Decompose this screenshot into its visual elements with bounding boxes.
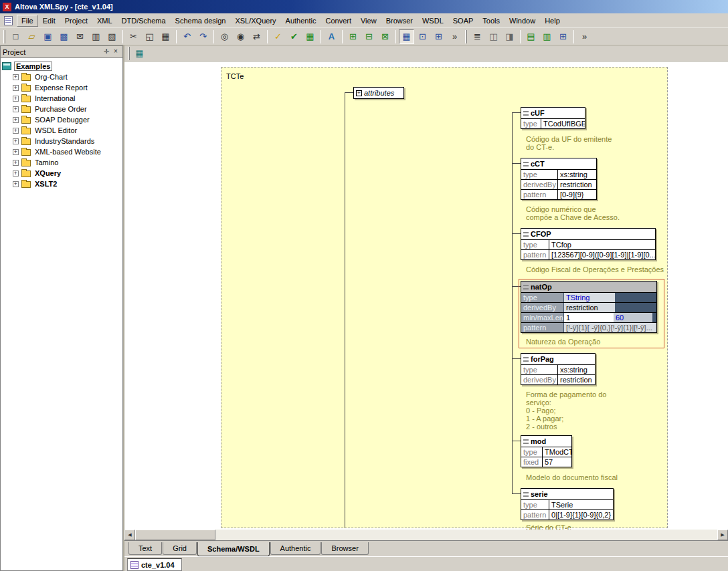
- schema-diagram-canvas[interactable]: TCTe + attributes cUF: [124, 62, 728, 540]
- pin-icon[interactable]: ✛: [102, 47, 111, 56]
- cut-button[interactable]: ✂: [126, 29, 141, 44]
- attributes-box[interactable]: + attributes: [353, 87, 404, 99]
- save-all-button[interactable]: ▩: [56, 29, 72, 44]
- send-mail-button[interactable]: ✉: [72, 29, 88, 44]
- check-wellformed-button[interactable]: ✓: [270, 29, 286, 44]
- menu-soap[interactable]: SOAP: [448, 15, 478, 27]
- save-button[interactable]: ▣: [40, 29, 56, 44]
- expand-plus-icon[interactable]: +: [356, 90, 362, 96]
- menu-help[interactable]: Help: [540, 15, 565, 27]
- tree-root-examples[interactable]: Examples: [2, 61, 121, 72]
- open-button[interactable]: ▱: [24, 29, 39, 44]
- schema-element-cfop[interactable]: CFOP typeTCfop pattern[123567][0-9]([0-9…: [521, 228, 656, 260]
- spell-check-button[interactable]: A: [324, 29, 339, 44]
- validate-button[interactable]: ✔: [286, 29, 302, 44]
- expand-icon[interactable]: +: [13, 85, 19, 91]
- tree-item-tamino[interactable]: + Tamino: [2, 157, 121, 168]
- menu-schema-design[interactable]: Schema design: [171, 15, 231, 27]
- tab-browser[interactable]: Browser: [321, 542, 368, 555]
- align-button[interactable]: ≣: [470, 29, 485, 44]
- print-button[interactable]: ▥: [88, 29, 104, 44]
- schema-element-cct[interactable]: cCT typexs:string derivedByrestriction p…: [521, 158, 597, 200]
- expand-icon[interactable]: +: [13, 106, 19, 112]
- toolbar-grip[interactable]: [465, 30, 467, 43]
- schema-element-forpag[interactable]: forPag typexs:string derivedByrestrictio…: [521, 353, 596, 385]
- new-file-button[interactable]: □: [8, 29, 23, 44]
- table-insert-button[interactable]: ⊞: [555, 29, 571, 44]
- tree-item-wsdl-editor[interactable]: + WSDL Editor: [2, 125, 121, 136]
- tree-item-industrystandards[interactable]: + IndustryStandards: [2, 136, 121, 146]
- document-tab-cte[interactable]: cte_v1.04: [127, 558, 182, 571]
- tree-item-international[interactable]: + International: [2, 93, 121, 104]
- scrollbar-thumb[interactable]: [135, 530, 215, 540]
- undo-button[interactable]: ↶: [179, 29, 195, 44]
- db-export-button[interactable]: ◨: [502, 29, 517, 44]
- menu-file[interactable]: File: [17, 15, 38, 27]
- expand-icon[interactable]: +: [13, 160, 19, 166]
- tab-schema-wsdl[interactable]: Schema/WSDL: [197, 542, 270, 556]
- tree-item-org-chart[interactable]: + Org-Chart: [2, 72, 121, 82]
- menu-authentic[interactable]: Authentic: [281, 15, 321, 27]
- menu-browser[interactable]: Browser: [381, 15, 418, 27]
- tab-authentic[interactable]: Authentic: [270, 542, 321, 555]
- table-view-button[interactable]: ▦: [399, 29, 414, 44]
- scroll-left-icon[interactable]: ◀: [124, 530, 135, 540]
- replace-button[interactable]: ⇄: [249, 29, 264, 44]
- menu-project[interactable]: Project: [60, 15, 92, 27]
- grid-delete-row-button[interactable]: ⊠: [377, 29, 393, 44]
- db-import-button[interactable]: ◫: [486, 29, 501, 44]
- horizontal-scrollbar[interactable]: ◀ ▶: [124, 530, 728, 540]
- menu-window[interactable]: Window: [505, 15, 540, 27]
- schema-element-mod[interactable]: mod typeTModCT fixed57: [521, 435, 572, 467]
- toolbar-grip[interactable]: [3, 30, 5, 43]
- tree-item-soap-debugger[interactable]: + SOAP Debugger: [2, 114, 121, 125]
- redo-button[interactable]: ↷: [195, 29, 211, 44]
- expand-icon[interactable]: +: [13, 138, 19, 144]
- expand-icon[interactable]: +: [13, 170, 19, 177]
- tree-item-xslt2[interactable]: + XSLT2: [2, 179, 121, 189]
- tree-item-xquery[interactable]: + XQuery: [2, 168, 121, 179]
- table-select-button[interactable]: ▤: [523, 29, 539, 44]
- menu-wsdl[interactable]: WSDL: [418, 15, 448, 27]
- schema-element-serie[interactable]: serie typeTSerie pattern0|[1-9]{1}[0-9]{…: [521, 488, 614, 520]
- menu-dtd-schema[interactable]: DTD/Schema: [117, 15, 171, 27]
- tree-item-xml-based-website[interactable]: + XML-based Website: [2, 146, 121, 157]
- menu-edit[interactable]: Edit: [38, 15, 60, 27]
- find-next-button[interactable]: ◉: [233, 29, 248, 44]
- schema-design-view-button[interactable]: ▦: [132, 46, 147, 61]
- schema-element-cuf[interactable]: cUF typeTCodUfIBGE: [521, 107, 585, 129]
- expand-icon[interactable]: +: [13, 96, 19, 102]
- find-button[interactable]: ◎: [217, 29, 232, 44]
- grid-append-row-button[interactable]: ⊟: [361, 29, 377, 44]
- expand-icon[interactable]: +: [13, 181, 19, 187]
- close-icon[interactable]: ×: [111, 47, 120, 56]
- menu-xsl-xquery[interactable]: XSL/XQuery: [230, 15, 280, 27]
- tree-item-expense-report[interactable]: + Expense Report: [2, 82, 121, 93]
- scroll-right-icon[interactable]: ▶: [717, 530, 728, 540]
- expand-icon[interactable]: +: [13, 128, 19, 134]
- tab-grid[interactable]: Grid: [163, 542, 197, 555]
- menu-xml[interactable]: XML: [92, 15, 117, 27]
- tab-text[interactable]: Text: [128, 542, 162, 555]
- tree-item-purchase-order[interactable]: + Purchase Order: [2, 104, 121, 114]
- row-view-button[interactable]: ⊡: [415, 29, 430, 44]
- scrollbar-track[interactable]: [215, 530, 717, 540]
- menu-view[interactable]: View: [356, 15, 381, 27]
- paste-button[interactable]: ▦: [158, 29, 173, 44]
- print-preview-button[interactable]: ▧: [104, 29, 120, 44]
- schema-element-natop[interactable]: natOp typeTString derivedByrestriction m…: [521, 281, 657, 333]
- detail-view-button[interactable]: ⊞: [431, 29, 446, 44]
- table-edit-button[interactable]: ▥: [539, 29, 555, 44]
- copy-button[interactable]: ◱: [142, 29, 157, 44]
- menu-convert[interactable]: Convert: [321, 15, 356, 27]
- toolbar-overflow-button-2[interactable]: »: [577, 29, 592, 44]
- grid-insert-row-button[interactable]: ⊞: [345, 29, 361, 44]
- expand-icon[interactable]: +: [13, 117, 19, 123]
- assign-schema-button[interactable]: ▦: [302, 29, 318, 44]
- toolbar-grip[interactable]: [128, 47, 130, 60]
- menu-tools[interactable]: Tools: [478, 15, 505, 27]
- document-system-icon[interactable]: [4, 16, 13, 25]
- toolbar-overflow-button[interactable]: »: [447, 29, 462, 44]
- expand-icon[interactable]: +: [13, 74, 19, 80]
- expand-icon[interactable]: +: [13, 149, 19, 155]
